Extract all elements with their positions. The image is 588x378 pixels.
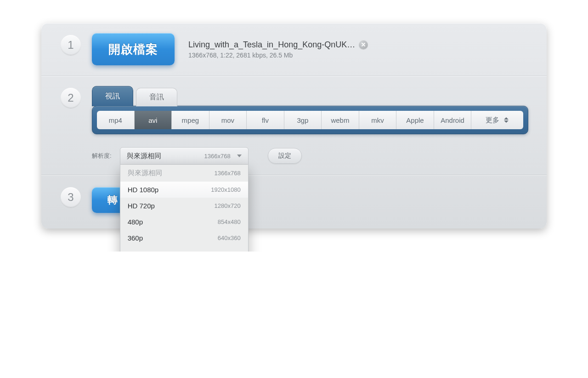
format-mp4[interactable]: mp4 xyxy=(97,111,135,129)
step-badge-1: 1 xyxy=(61,35,81,55)
file-info: Living_with_a_Tesla_in_Hong_Kong-QnUK… 1… xyxy=(188,40,368,59)
format-3gp[interactable]: 3gp xyxy=(284,111,322,129)
tab-audio[interactable]: 音訊 xyxy=(136,88,177,106)
resolution-selected-dim: 1366x768 xyxy=(204,153,231,160)
resolution-option-name: HD 1080p xyxy=(128,186,159,194)
resolution-option-name: 360p xyxy=(128,234,143,242)
format-flv[interactable]: flv xyxy=(247,111,284,129)
resolution-selected-name: 與來源相同 xyxy=(127,152,201,160)
section-2: 2 視訊 音訊 mp4avimpegmovflv3gpwebmmkvAppleA… xyxy=(41,75,547,175)
format-mpeg[interactable]: mpeg xyxy=(172,111,209,129)
resolution-option-name: 480p xyxy=(128,218,143,226)
sort-icon xyxy=(504,116,509,124)
resolution-dropdown[interactable]: 與來源相同 1366x768 與來源相同1366x768HD 1080p1920… xyxy=(120,147,249,165)
resolution-label: 解析度: xyxy=(92,147,112,160)
resolution-option-name: 與來源相同 xyxy=(128,169,162,178)
file-meta: 1366x768, 1:22, 2681 kbps, 26.5 Mb xyxy=(188,52,368,59)
resolution-option-dim: 1920x1080 xyxy=(211,186,240,193)
step-badge-3: 3 xyxy=(61,187,81,207)
resolution-option[interactable]: HD 1080p1920x1080 xyxy=(120,182,248,198)
resolution-option-dim: 426x240 xyxy=(218,251,241,252)
resolution-option-dim: 640x360 xyxy=(218,235,241,241)
section-1: 1 開啟檔案 Living_with_a_Tesla_in_Hong_Kong-… xyxy=(41,23,547,75)
tab-video[interactable]: 視訊 xyxy=(92,86,133,106)
format-bar: mp4avimpegmovflv3gpwebmmkvAppleAndroid更多 xyxy=(92,106,528,134)
file-name-row: Living_with_a_Tesla_in_Hong_Kong-QnUK… xyxy=(188,40,368,50)
resolution-option[interactable]: 360p640x360 xyxy=(120,230,248,246)
format-mov[interactable]: mov xyxy=(209,111,247,129)
format-more-button[interactable]: 更多 xyxy=(471,111,523,129)
section-1-row: 開啟檔案 Living_with_a_Tesla_in_Hong_Kong-Qn… xyxy=(92,33,528,65)
resolution-option-name: 240p xyxy=(128,250,143,252)
format-android[interactable]: Android xyxy=(434,111,472,129)
section-3: 3 轉 xyxy=(41,175,547,229)
resolution-option-dim: 1366x768 xyxy=(215,170,241,177)
resolution-option[interactable]: 480p854x480 xyxy=(120,214,248,230)
step-badge-2: 2 xyxy=(61,88,81,108)
open-file-button[interactable]: 開啟檔案 xyxy=(92,33,175,65)
resolution-option-dim: 1280x720 xyxy=(215,202,241,209)
format-list: mp4avimpegmovflv3gpwebmmkvAppleAndroid更多 xyxy=(97,111,523,129)
resolution-dropdown-head[interactable]: 與來源相同 1366x768 xyxy=(120,147,249,165)
app-window: 1 開啟檔案 Living_with_a_Tesla_in_Hong_Kong-… xyxy=(41,23,547,229)
resolution-option-dim: 854x480 xyxy=(218,218,241,225)
format-mkv[interactable]: mkv xyxy=(359,111,397,129)
settings-button[interactable]: 設定 xyxy=(268,148,302,164)
format-apple[interactable]: Apple xyxy=(396,111,434,129)
resolution-option-name: HD 720p xyxy=(128,202,155,210)
media-tabs: 視訊 音訊 xyxy=(92,86,528,106)
file-name: Living_with_a_Tesla_in_Hong_Kong-QnUK… xyxy=(188,40,355,50)
format-webm[interactable]: webm xyxy=(322,111,359,129)
resolution-row: 解析度: 與來源相同 1366x768 與來源相同1366x768HD 1080… xyxy=(92,147,528,165)
chevron-down-icon xyxy=(237,155,242,157)
resolution-option[interactable]: HD 720p1280x720 xyxy=(120,198,248,214)
close-icon xyxy=(361,42,366,47)
resolution-dropdown-list: 與來源相同1366x768HD 1080p1920x1080HD 720p128… xyxy=(120,165,249,252)
resolution-option[interactable]: 240p426x240 xyxy=(120,246,248,252)
remove-file-button[interactable] xyxy=(359,40,368,49)
resolution-option[interactable]: 與來源相同1366x768 xyxy=(120,165,248,182)
format-more-label: 更多 xyxy=(486,116,499,125)
format-avi[interactable]: avi xyxy=(135,111,172,129)
